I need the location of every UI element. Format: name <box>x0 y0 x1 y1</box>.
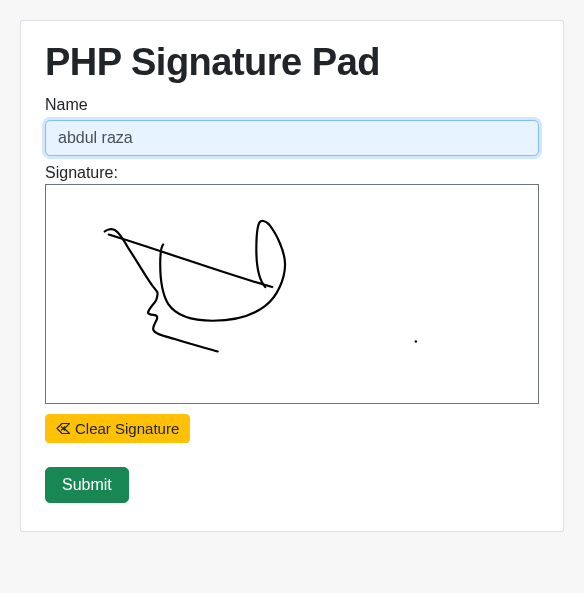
submit-button[interactable]: Submit <box>45 467 129 503</box>
eraser-icon <box>56 422 71 435</box>
clear-button-label: Clear Signature <box>75 420 179 437</box>
signature-label: Signature: <box>45 164 539 182</box>
signature-pad[interactable] <box>45 184 539 404</box>
submit-button-label: Submit <box>62 476 112 493</box>
page-title: PHP Signature Pad <box>45 41 539 84</box>
svg-point-0 <box>415 340 417 342</box>
signature-drawing <box>46 185 538 403</box>
name-input[interactable] <box>45 120 539 156</box>
clear-signature-button[interactable]: Clear Signature <box>45 414 190 443</box>
signature-card: PHP Signature Pad Name Signature: Clear … <box>20 20 564 532</box>
name-label: Name <box>45 96 539 114</box>
